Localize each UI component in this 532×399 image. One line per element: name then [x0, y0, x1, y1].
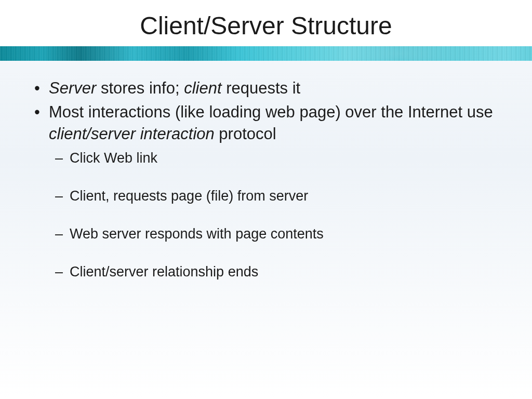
sub-bullet-item: Client, requests page (file) from server	[49, 187, 507, 205]
bullet-list-level1: Server stores info; client requests it M…	[25, 77, 507, 281]
sub-bullet-item: Click Web link	[49, 149, 507, 167]
sub-bullet-text: Web server responds with page contents	[70, 226, 324, 242]
sub-bullet-text: Click Web link	[70, 150, 157, 166]
bullet-text: Most interactions (like loading web page…	[49, 103, 493, 143]
decorative-divider	[0, 46, 532, 61]
slide-title: Client/Server Structure	[0, 0, 532, 46]
bullet-text: Server stores info; client requests it	[49, 79, 300, 97]
sub-bullet-text: Client, requests page (file) from server	[70, 188, 308, 204]
bullet-list-level2: Click Web link Client, requests page (fi…	[49, 149, 507, 281]
slide: Client/Server Structure Server stores in…	[0, 0, 532, 399]
slide-content: Server stores info; client requests it M…	[0, 61, 532, 281]
bullet-item: Most interactions (like loading web page…	[25, 101, 507, 281]
sub-bullet-text: Client/server relationship ends	[70, 264, 258, 280]
sub-bullet-item: Web server responds with page contents	[49, 225, 507, 243]
bullet-item: Server stores info; client requests it	[25, 77, 507, 99]
sub-bullet-item: Client/server relationship ends	[49, 263, 507, 281]
